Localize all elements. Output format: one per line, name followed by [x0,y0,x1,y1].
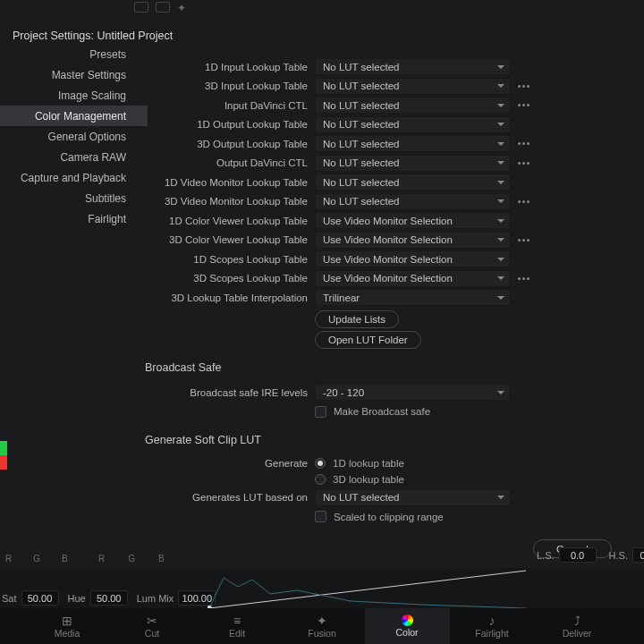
soft-clip-params: L.S. 0.0 H.S. 0. [537,547,644,563]
chevron-down-icon [497,199,504,203]
lut-select-8[interactable]: Use Video Monitor Selection [315,212,511,229]
lut-select-5[interactable]: No LUT selected [315,155,511,172]
open-lut-folder-button[interactable]: Open LUT Folder [315,331,421,349]
chevron-down-icon [497,161,504,165]
chevron-down-icon [497,123,504,126]
hs-value[interactable]: 0. [632,547,644,563]
view-grid-icon[interactable] [134,2,148,13]
lut-options-icon[interactable] [518,85,534,88]
lut-select-value: Use Video Monitor Selection [323,273,453,284]
settings-sidebar: PresetsMaster SettingsImage ScalingColor… [0,44,148,229]
lut-options-icon[interactable] [518,104,534,106]
scope-channel-letters: RGB [5,554,68,564]
lut-select-value: No LUT selected [323,62,399,72]
page-tab-edit[interactable]: ≡Edit [195,608,280,644]
sidebar-item-color-management[interactable]: Color Management [0,106,148,126]
page-tab-cut[interactable]: ✂Cut [110,608,195,644]
lut-select-10[interactable]: Use Video Monitor Selection [315,250,511,267]
chevron-down-icon [497,258,504,261]
lut-row-label: 3D Lookup Table Interpolation [145,292,308,303]
page-tab-label: Cut [145,628,159,639]
broadcast-safe-header: Broadcast Safe [145,361,644,374]
lut-options-icon[interactable] [518,277,534,280]
lut-row-label: 3D Video Monitor Lookup Table [145,196,308,207]
sidebar-item-general-options[interactable]: General Options [0,126,148,147]
chevron-down-icon [497,84,504,88]
lut-select-0[interactable]: No LUT selected [315,58,511,75]
generate-soft-clip-header: Generate Soft Clip LUT [145,434,644,446]
sidebar-item-capture-and-playback[interactable]: Capture and Playback [0,167,148,188]
page-tab-color[interactable]: Color [365,608,450,644]
lut-row-label: 1D Input Lookup Table [145,62,308,72]
fairlight-icon: ♪ [489,614,496,627]
lut-select-2[interactable]: No LUT selected [315,97,511,114]
hue-value[interactable]: 50.00 [90,590,128,606]
lut-select-12[interactable]: Trilinear [315,289,511,306]
curves-panel[interactable] [208,569,528,610]
chevron-down-icon [497,238,504,242]
settings-main-panel: 1D Input Lookup TableNo LUT selected3D I… [145,47,644,528]
top-toolbar-icons: ✦ [134,2,191,13]
broadcast-ire-select[interactable]: -20 - 120 [315,384,511,401]
make-broadcast-safe-label: Make Broadcast safe [334,406,430,417]
lut-row-label: 1D Color Viewer Lookup Table [145,216,308,226]
page-tab-label: Fairlight [475,628,508,639]
lut-select-value: Use Video Monitor Selection [323,234,453,245]
hue-label: Hue [68,593,86,604]
chevron-down-icon [497,496,504,499]
lut-row-label: 3D Color Viewer Lookup Table [145,234,308,245]
lut-row-label: 3D Input Lookup Table [145,80,308,91]
lut-select-value: No LUT selected [323,177,399,188]
lut-select-value: No LUT selected [323,196,399,207]
page-tab-label: Fusion [308,628,336,639]
page-tabs: ⊞Media✂Cut≡Edit✦FusionColor♪Fairlight⤴De… [0,608,644,644]
lut-options-icon[interactable] [518,200,534,203]
sidebar-item-camera-raw[interactable]: Camera RAW [0,147,148,167]
svg-line-1 [209,571,526,608]
generate-1d-radio[interactable] [315,458,326,469]
lut-select-6[interactable]: No LUT selected [315,174,511,191]
fusion-icon: ✦ [317,614,327,627]
lummix-label: Lum Mix [137,593,174,604]
sidebar-item-fairlight[interactable]: Fairlight [0,208,148,229]
color-wheel-icon [402,614,413,626]
hs-label: H.S. [609,550,628,561]
generates-based-value: No LUT selected [323,492,399,503]
sidebar-item-subtitles[interactable]: Subtitles [0,188,148,208]
lut-options-icon[interactable] [518,162,534,165]
sidebar-item-presets[interactable]: Presets [0,44,148,64]
lut-row-label: 3D Output Lookup Table [145,139,308,149]
page-tab-media[interactable]: ⊞Media [25,608,110,644]
page-tab-label: Edit [229,628,245,639]
lut-select-7[interactable]: No LUT selected [315,193,511,210]
chevron-down-icon [497,142,504,146]
lut-select-9[interactable]: Use Video Monitor Selection [315,232,511,249]
page-tab-fusion[interactable]: ✦Fusion [280,608,365,644]
broadcast-ire-value: -20 - 120 [323,387,364,398]
chevron-down-icon [497,296,504,300]
sat-value[interactable]: 50.00 [21,590,59,606]
magic-wand-icon[interactable]: ✦ [177,2,191,13]
scaled-clipping-checkbox[interactable] [315,511,326,522]
sidebar-item-image-scaling[interactable]: Image Scaling [0,85,148,106]
lut-options-icon[interactable] [518,239,534,242]
lut-select-4[interactable]: No LUT selected [315,135,511,152]
lut-row-label: Output DaVinci CTL [145,157,308,168]
sidebar-item-master-settings[interactable]: Master Settings [0,64,148,85]
view-list-icon[interactable] [156,2,170,13]
generate-3d-radio[interactable] [315,474,326,485]
chevron-down-icon [497,65,504,69]
lut-row-label: 1D Video Monitor Lookup Table [145,177,308,188]
page-tab-deliver[interactable]: ⤴Deliver [535,608,620,644]
lut-select-1[interactable]: No LUT selected [315,78,511,95]
page-tab-fairlight[interactable]: ♪Fairlight [450,608,535,644]
update-lists-button[interactable]: Update Lists [315,310,399,328]
sat-label: Sat [2,593,17,604]
lut-options-icon[interactable] [518,142,534,145]
ls-value[interactable]: 0.0 [559,547,597,563]
generates-based-select[interactable]: No LUT selected [315,489,511,506]
lut-select-3[interactable]: No LUT selected [315,116,511,133]
media-icon: ⊞ [62,614,72,627]
make-broadcast-safe-checkbox[interactable] [315,406,326,418]
lut-select-11[interactable]: Use Video Monitor Selection [315,270,511,287]
